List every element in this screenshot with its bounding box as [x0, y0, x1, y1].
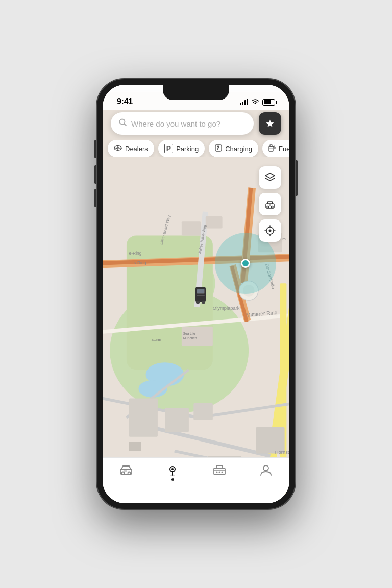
search-bar[interactable]: Where do you want to go?: [111, 112, 254, 135]
status-bar: 9:41: [103, 85, 289, 110]
svg-point-90: [218, 472, 220, 473]
fuel-icon: [268, 144, 276, 153]
nav-item-services[interactable]: [204, 464, 235, 476]
svg-rect-30: [206, 216, 223, 228]
charging-icon: [215, 144, 222, 153]
svg-text:e-Ring: e-Ring: [129, 251, 142, 256]
layers-button[interactable]: [259, 166, 281, 189]
fuel-chip[interactable]: Fuel: [262, 140, 289, 157]
charging-label: Charging: [225, 145, 252, 153]
svg-rect-59: [197, 295, 205, 296]
svg-point-72: [267, 206, 269, 208]
svg-point-86: [172, 468, 174, 470]
svg-text:Sea Life: Sea Life: [183, 332, 195, 335]
bottom-nav: [103, 457, 289, 503]
svg-text:iaturm: iaturm: [151, 337, 161, 342]
dealers-chip[interactable]: Dealers: [108, 140, 154, 157]
charging-chip[interactable]: Charging: [209, 140, 258, 157]
svg-text:Olympiapark: Olympiapark: [213, 306, 240, 311]
svg-point-83: [128, 472, 130, 475]
location-accuracy-circle: [215, 233, 276, 294]
svg-rect-25: [193, 403, 213, 420]
parking-chip[interactable]: P Parking: [158, 140, 205, 157]
svg-rect-56: [196, 301, 200, 304]
fuel-label: Fuel: [279, 145, 289, 153]
location-dot: [241, 259, 250, 268]
car-locate-button[interactable]: [259, 193, 281, 215]
favorites-button[interactable]: ★: [259, 112, 281, 135]
svg-rect-67: [270, 148, 273, 149]
status-icons: [240, 98, 276, 106]
car-marker: [193, 283, 208, 306]
svg-rect-74: [269, 204, 271, 206]
svg-point-89: [216, 472, 217, 473]
parking-label: Parking: [176, 145, 199, 153]
nav-item-profile[interactable]: [251, 464, 281, 476]
svg-point-73: [271, 206, 273, 208]
svg-point-91: [221, 472, 223, 473]
svg-text:München: München: [183, 336, 197, 340]
star-icon: ★: [265, 117, 275, 130]
dealers-label: Dealers: [125, 145, 148, 153]
wifi-icon: [251, 98, 259, 106]
parking-icon: P: [164, 144, 173, 153]
nav-active-indicator: [172, 478, 174, 481]
svg-rect-24: [165, 408, 189, 432]
svg-text:s-Ring: s-Ring: [134, 260, 146, 265]
battery-icon: [262, 99, 275, 106]
svg-rect-29: [182, 221, 201, 235]
dealers-icon: [114, 144, 122, 153]
nav-item-car[interactable]: [111, 464, 141, 476]
map-nav-icon: [165, 464, 180, 476]
svg-rect-69: [270, 145, 272, 146]
svg-point-87: [170, 475, 175, 476]
phone-screen: Sea Life München Lerchenauer Straße Stra…: [103, 85, 289, 503]
svg-rect-84: [124, 470, 127, 472]
svg-point-76: [269, 230, 272, 232]
map-controls: [259, 166, 281, 242]
svg-rect-23: [129, 442, 141, 451]
services-nav-icon: [212, 464, 227, 476]
svg-rect-57: [202, 301, 205, 304]
svg-text:Hornstraße: Hornstraße: [275, 450, 289, 455]
svg-rect-22: [129, 399, 158, 437]
car-nav-icon: [119, 464, 133, 476]
notch: [163, 85, 229, 100]
status-time: 9:41: [117, 97, 133, 106]
phone-frame: Sea Life München Lerchenauer Straße Stra…: [96, 79, 296, 509]
svg-line-61: [125, 124, 127, 126]
svg-marker-70: [265, 173, 275, 178]
filter-chips: Dealers P Parking Charging: [103, 140, 289, 157]
profile-nav-icon: [259, 464, 273, 476]
gps-button[interactable]: [259, 219, 281, 242]
search-area: Where do you want to go? ★: [111, 112, 281, 135]
search-icon: [119, 118, 127, 129]
signal-icon: [240, 99, 249, 105]
nav-item-map[interactable]: [157, 464, 188, 481]
search-placeholder: Where do you want to go?: [131, 119, 246, 128]
svg-rect-58: [197, 289, 204, 293]
svg-point-82: [121, 472, 124, 475]
svg-point-92: [263, 465, 268, 471]
